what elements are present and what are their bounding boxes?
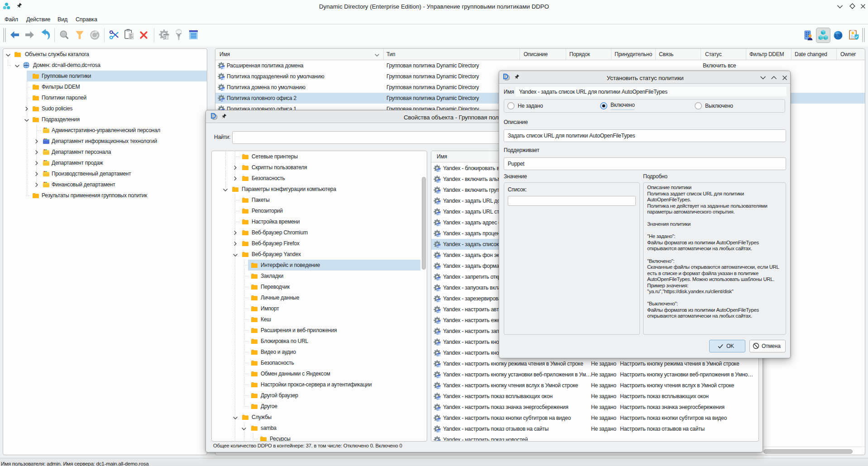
svg-text:DNS: DNS [835, 33, 842, 38]
